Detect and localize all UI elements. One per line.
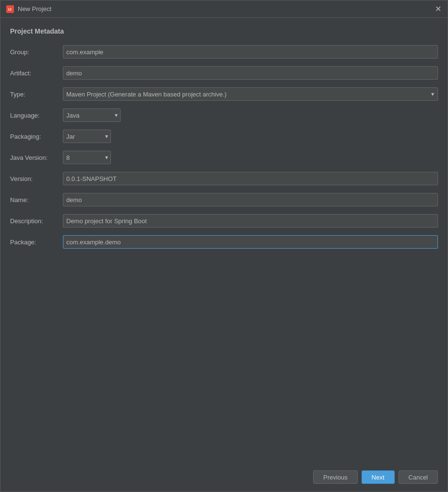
language-select-wrapper: Java Kotlin Groovy bbox=[63, 108, 121, 122]
package-row: Package: bbox=[10, 235, 438, 249]
group-label: Group: bbox=[10, 48, 63, 56]
dialog-title: New Project bbox=[18, 5, 51, 12]
packaging-select[interactable]: Jar War bbox=[63, 130, 111, 143]
group-input[interactable] bbox=[63, 45, 438, 59]
group-row: Group: bbox=[10, 45, 438, 59]
package-label: Package: bbox=[10, 239, 63, 246]
description-row: Description: bbox=[10, 214, 438, 228]
new-project-dialog: IJ New Project ✕ Project Metadata Group:… bbox=[0, 0, 448, 492]
packaging-row: Packaging: Jar War bbox=[10, 129, 438, 144]
java-version-select[interactable]: 8 11 17 bbox=[63, 151, 111, 164]
name-input[interactable] bbox=[63, 193, 438, 206]
packaging-select-wrapper: Jar War bbox=[63, 130, 111, 143]
next-button[interactable]: Next bbox=[362, 470, 395, 484]
artifact-row: Artifact: bbox=[10, 66, 438, 80]
artifact-input[interactable] bbox=[63, 66, 438, 80]
language-row: Language: Java Kotlin Groovy bbox=[10, 108, 438, 122]
type-select-wrapper: Maven Project (Generate a Maven based pr… bbox=[63, 87, 438, 101]
description-input[interactable] bbox=[63, 214, 438, 228]
language-select[interactable]: Java Kotlin Groovy bbox=[63, 108, 121, 122]
java-version-row: Java Version: 8 11 17 bbox=[10, 150, 438, 165]
footer: Previous Next Cancel bbox=[0, 465, 448, 492]
close-button[interactable]: ✕ bbox=[434, 5, 442, 13]
name-row: Name: bbox=[10, 192, 438, 207]
section-title: Project Metadata bbox=[10, 27, 438, 35]
packaging-label: Packaging: bbox=[10, 133, 63, 140]
version-input[interactable] bbox=[63, 172, 438, 185]
type-row: Type: Maven Project (Generate a Maven ba… bbox=[10, 87, 438, 101]
type-select[interactable]: Maven Project (Generate a Maven based pr… bbox=[63, 87, 438, 101]
java-version-select-wrapper: 8 11 17 bbox=[63, 151, 111, 164]
description-label: Description: bbox=[10, 217, 63, 225]
svg-text:IJ: IJ bbox=[8, 7, 12, 12]
type-label: Type: bbox=[10, 91, 63, 98]
package-input[interactable] bbox=[63, 235, 438, 249]
form: Group: Artifact: Type: Maven Project (Ge… bbox=[10, 45, 438, 256]
previous-button[interactable]: Previous bbox=[313, 470, 358, 484]
app-icon: IJ bbox=[6, 5, 14, 13]
main-content: Project Metadata Group: Artifact: Type: … bbox=[0, 18, 448, 465]
title-bar: IJ New Project ✕ bbox=[0, 0, 448, 18]
version-row: Version: bbox=[10, 171, 438, 186]
language-label: Language: bbox=[10, 112, 63, 119]
version-label: Version: bbox=[10, 175, 63, 182]
name-label: Name: bbox=[10, 196, 63, 204]
cancel-button[interactable]: Cancel bbox=[399, 470, 438, 484]
java-version-label: Java Version: bbox=[10, 154, 63, 161]
artifact-label: Artifact: bbox=[10, 70, 63, 77]
